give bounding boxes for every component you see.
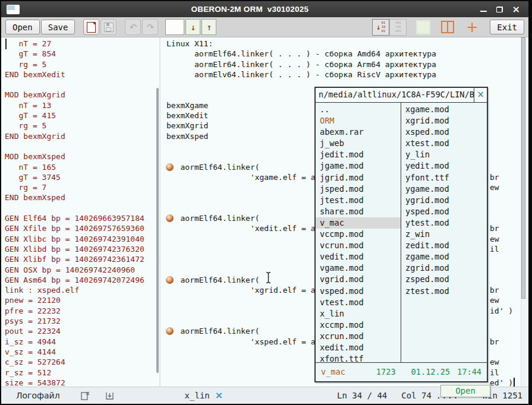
file-item[interactable]: xedit.mod	[316, 342, 401, 353]
file-item[interactable]: xccmp.mod	[316, 319, 401, 331]
redo-button[interactable]: ↷	[142, 19, 158, 35]
file-item[interactable]: vedit.mod	[316, 251, 401, 262]
open-file-tab[interactable]: x_lin	[185, 391, 210, 400]
file-item[interactable]: v_mac	[316, 217, 401, 229]
file-item[interactable]: j_web	[316, 138, 401, 149]
file-item[interactable]: jgrid.mod	[316, 172, 401, 183]
file-item[interactable]: jedit.mod	[316, 149, 401, 160]
compare-binary-button[interactable]: =01=10=01	[389, 19, 407, 36]
code-line	[5, 141, 162, 151]
file-item[interactable]: vsped.mod	[316, 286, 401, 297]
file-item[interactable]: ytest.mod	[401, 217, 487, 229]
code-line: GEN Asm64 bp = 140269742072496	[5, 275, 162, 285]
code-line: GEN Elf64 bp = 140269663957184	[5, 213, 162, 223]
title-bar: OBERON-2M ORM v30102025 ×	[1, 1, 528, 17]
file-item[interactable]: yfont.ttf	[401, 172, 487, 183]
file-item[interactable]: x_lin	[316, 308, 401, 319]
code-line	[5, 80, 162, 90]
file-list: ..ORMabexm.rarj_webjedit.modjgame.modjgr…	[316, 102, 487, 363]
close-icon[interactable]: ×	[512, 5, 520, 14]
log-file-label[interactable]: Логофайл	[16, 391, 60, 400]
search-input[interactable]	[165, 19, 184, 35]
file-item[interactable]: ..	[316, 104, 401, 115]
file-item[interactable]: ygame.mod	[401, 183, 487, 195]
path-field[interactable]: n/media/altlinux/1C8A-F59C/LIN/B	[316, 88, 474, 102]
file-item[interactable]: ygrid.mod	[401, 195, 487, 206]
file-dialog: n/media/altlinux/1C8A-F59C/LIN/B × ..ORM…	[314, 87, 488, 382]
toolbar: Open Save ↶ ↷ ↓ ↑ ↓ 011001	[1, 17, 528, 37]
code-line: aormElv64.linker( . . . ) - сборка RiscV…	[163, 69, 520, 80]
code-line: c_sz = 527264	[5, 357, 162, 367]
line-indicator: Ln 34 / 44	[337, 391, 387, 400]
application-window: OBERON-2M ORM v30102025 × Open Save ↶ ↷ …	[0, 0, 532, 405]
file-item[interactable]: zgrid.mod	[401, 262, 487, 274]
open-button[interactable]: Open	[5, 20, 40, 34]
clear-log-icon[interactable]	[80, 391, 90, 401]
code-line: aormElf64.linker( . . . ) - сборка Amd64…	[163, 49, 520, 59]
exit-button[interactable]: Exit	[490, 20, 524, 34]
code-line: v_sz = 4144	[5, 347, 162, 357]
save-button[interactable]: Save	[41, 20, 75, 34]
file-item[interactable]: vgrid.mod	[316, 274, 401, 285]
undo-button[interactable]: ↶	[125, 19, 141, 35]
file-item[interactable]: ysped.mod	[401, 206, 487, 217]
file-item[interactable]: jtest.mod	[316, 195, 401, 206]
undo-icon: ↶	[130, 22, 137, 33]
file-item[interactable]: y_lin	[401, 149, 487, 160]
binary-compare-icon: =01=10=01	[395, 21, 401, 33]
left-pane-scrollbar[interactable]	[156, 88, 159, 373]
code-line: psys = 21732	[5, 316, 162, 326]
code-line: gT = 854	[5, 49, 162, 59]
scrollbar-thumb[interactable]	[521, 37, 525, 299]
search-down-button[interactable]: ↓	[185, 19, 200, 35]
sort-binary-button[interactable]: ↓ 011001	[372, 19, 389, 36]
file-item[interactable]: ORM	[316, 115, 401, 126]
file-item[interactable]: share.mod	[316, 206, 401, 217]
close-file-icon[interactable]: ×	[215, 391, 223, 400]
save-file-button[interactable]	[100, 19, 117, 35]
file-item[interactable]: xcrun.mod	[316, 331, 401, 342]
dialog-close-icon[interactable]: ×	[474, 88, 487, 102]
file-item[interactable]: jsped.mod	[316, 183, 401, 195]
plus-icon[interactable]: +	[466, 20, 478, 34]
file-item[interactable]: zgame.mod	[401, 251, 487, 262]
file-item[interactable]: xgame.mod	[401, 104, 487, 115]
left-pane[interactable]: nT = 27 gT = 854 rg = 5END bexmXeditMOD …	[1, 39, 162, 387]
restore-icon[interactable]	[496, 7, 503, 12]
bullet-icon	[166, 214, 174, 222]
selected-file-size: 1723	[376, 366, 396, 378]
split-view-icon[interactable]	[441, 21, 454, 33]
file-item[interactable]: xgrid.mod	[401, 115, 487, 126]
code-line: r_sz = 512	[5, 368, 162, 378]
new-file-button[interactable]	[83, 19, 99, 35]
file-item[interactable]: vcrun.mod	[316, 240, 401, 251]
pane-divider[interactable]	[159, 37, 160, 387]
file-item[interactable]: z_win	[401, 229, 487, 240]
code-line: pnew = 22120	[5, 295, 162, 305]
file-list-column-2[interactable]: xgame.modxgrid.modxsped.modxtest.mody_li…	[401, 102, 487, 363]
file-item[interactable]: ztest.mod	[401, 286, 487, 297]
file-item[interactable]: xtest.mod	[401, 138, 487, 149]
window-title: OBERON-2M ORM v30102025	[20, 5, 480, 14]
code-line: i_sz = 4944	[5, 337, 162, 347]
code-line	[5, 203, 162, 213]
file-item[interactable]: yedit.mod	[401, 160, 487, 172]
bullet-icon	[166, 276, 174, 284]
file-item[interactable]: zsped.mod	[401, 274, 487, 285]
minimize-icon[interactable]	[480, 11, 487, 12]
file-item[interactable]: jgame.mod	[316, 160, 401, 172]
open-tooltip[interactable]: Open	[440, 385, 490, 397]
file-item[interactable]: vccmp.mod	[316, 229, 401, 240]
code-line: Linux X11:	[163, 39, 520, 49]
file-list-column-1[interactable]: ..ORMabexm.rarj_webjedit.modjgame.modjgr…	[316, 102, 401, 363]
file-item[interactable]: zedit.mod	[401, 240, 487, 251]
file-item[interactable]: vgame.mod	[316, 262, 401, 274]
code-line: link : xsped.elf	[5, 285, 162, 295]
save-log-icon[interactable]	[105, 391, 115, 401]
search-up-button[interactable]: ↑	[202, 19, 216, 35]
file-item[interactable]: vtest.mod	[316, 297, 401, 308]
code-line: rg = 5	[5, 59, 162, 69]
new-file-icon	[87, 22, 96, 33]
file-item[interactable]: xsped.mod	[401, 126, 487, 138]
file-item[interactable]: abexm.rar	[316, 126, 401, 138]
